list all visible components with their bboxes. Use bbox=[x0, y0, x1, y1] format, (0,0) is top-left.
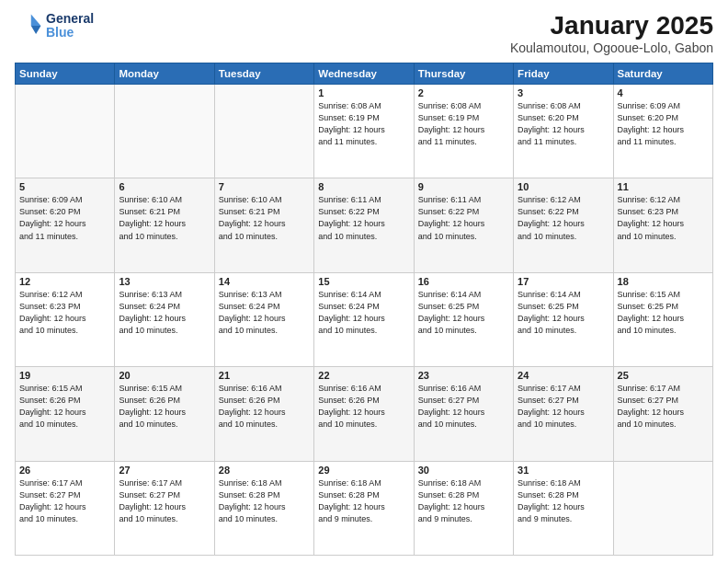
calendar-week-3: 12Sunrise: 6:12 AM Sunset: 6:23 PM Dayli… bbox=[16, 272, 713, 366]
logo-line1: General bbox=[46, 12, 94, 26]
calendar-cell: 20Sunrise: 6:15 AM Sunset: 6:26 PM Dayli… bbox=[115, 367, 214, 461]
day-info: Sunrise: 6:17 AM Sunset: 6:27 PM Dayligh… bbox=[119, 477, 210, 525]
day-info: Sunrise: 6:17 AM Sunset: 6:27 PM Dayligh… bbox=[19, 477, 110, 525]
day-number: 24 bbox=[518, 370, 609, 381]
calendar-cell: 2Sunrise: 6:08 AM Sunset: 6:19 PM Daylig… bbox=[414, 85, 513, 178]
day-info: Sunrise: 6:14 AM Sunset: 6:24 PM Dayligh… bbox=[318, 289, 409, 337]
day-info: Sunrise: 6:12 AM Sunset: 6:23 PM Dayligh… bbox=[618, 194, 709, 242]
day-number: 19 bbox=[19, 370, 110, 381]
calendar-cell: 5Sunrise: 6:09 AM Sunset: 6:20 PM Daylig… bbox=[16, 178, 115, 272]
calendar-cell: 27Sunrise: 6:17 AM Sunset: 6:27 PM Dayli… bbox=[115, 461, 214, 555]
calendar-cell: 12Sunrise: 6:12 AM Sunset: 6:23 PM Dayli… bbox=[16, 272, 115, 366]
day-number: 12 bbox=[19, 276, 110, 287]
svg-marker-0 bbox=[31, 15, 41, 26]
day-info: Sunrise: 6:14 AM Sunset: 6:25 PM Dayligh… bbox=[418, 289, 509, 337]
logo-text: General Blue bbox=[46, 12, 94, 40]
calendar-header-row: SundayMondayTuesdayWednesdayThursdayFrid… bbox=[16, 63, 713, 85]
day-info: Sunrise: 6:11 AM Sunset: 6:22 PM Dayligh… bbox=[318, 194, 409, 242]
day-number: 6 bbox=[119, 181, 210, 192]
day-info: Sunrise: 6:12 AM Sunset: 6:22 PM Dayligh… bbox=[518, 194, 609, 242]
calendar-cell bbox=[613, 461, 712, 555]
calendar-cell: 7Sunrise: 6:10 AM Sunset: 6:21 PM Daylig… bbox=[214, 178, 313, 272]
day-number: 4 bbox=[618, 87, 709, 98]
day-info: Sunrise: 6:09 AM Sunset: 6:20 PM Dayligh… bbox=[618, 100, 709, 148]
day-header-sunday: Sunday bbox=[16, 63, 115, 85]
day-number: 29 bbox=[318, 465, 409, 476]
calendar-subtitle: Koulamoutou, Ogooue-Lolo, Gabon bbox=[510, 40, 713, 55]
calendar-cell: 10Sunrise: 6:12 AM Sunset: 6:22 PM Dayli… bbox=[514, 178, 613, 272]
day-info: Sunrise: 6:08 AM Sunset: 6:20 PM Dayligh… bbox=[518, 100, 609, 148]
day-number: 1 bbox=[318, 87, 409, 98]
day-number: 27 bbox=[119, 465, 210, 476]
day-info: Sunrise: 6:17 AM Sunset: 6:27 PM Dayligh… bbox=[618, 383, 709, 431]
day-number: 11 bbox=[618, 181, 709, 192]
day-number: 25 bbox=[618, 370, 709, 381]
calendar-week-4: 19Sunrise: 6:15 AM Sunset: 6:26 PM Dayli… bbox=[16, 367, 713, 461]
svg-marker-1 bbox=[31, 26, 41, 34]
calendar-cell: 15Sunrise: 6:14 AM Sunset: 6:24 PM Dayli… bbox=[314, 272, 414, 366]
day-number: 16 bbox=[418, 276, 509, 287]
day-info: Sunrise: 6:13 AM Sunset: 6:24 PM Dayligh… bbox=[119, 289, 210, 337]
day-number: 9 bbox=[418, 181, 509, 192]
logo-icon bbox=[15, 11, 44, 40]
day-info: Sunrise: 6:08 AM Sunset: 6:19 PM Dayligh… bbox=[318, 100, 409, 148]
day-number: 7 bbox=[219, 181, 310, 192]
calendar-cell: 1Sunrise: 6:08 AM Sunset: 6:19 PM Daylig… bbox=[314, 85, 414, 178]
calendar-cell: 19Sunrise: 6:15 AM Sunset: 6:26 PM Dayli… bbox=[16, 367, 115, 461]
title-block: January 2025 Koulamoutou, Ogooue-Lolo, G… bbox=[510, 11, 713, 55]
day-number: 17 bbox=[518, 276, 609, 287]
calendar-cell: 30Sunrise: 6:18 AM Sunset: 6:28 PM Dayli… bbox=[414, 461, 513, 555]
day-info: Sunrise: 6:09 AM Sunset: 6:20 PM Dayligh… bbox=[19, 194, 110, 242]
calendar-cell: 13Sunrise: 6:13 AM Sunset: 6:24 PM Dayli… bbox=[115, 272, 214, 366]
day-info: Sunrise: 6:15 AM Sunset: 6:26 PM Dayligh… bbox=[119, 383, 210, 431]
calendar-cell: 11Sunrise: 6:12 AM Sunset: 6:23 PM Dayli… bbox=[613, 178, 712, 272]
day-header-saturday: Saturday bbox=[613, 63, 712, 85]
day-info: Sunrise: 6:18 AM Sunset: 6:28 PM Dayligh… bbox=[219, 477, 310, 525]
calendar-week-5: 26Sunrise: 6:17 AM Sunset: 6:27 PM Dayli… bbox=[16, 461, 713, 555]
day-info: Sunrise: 6:18 AM Sunset: 6:28 PM Dayligh… bbox=[518, 477, 609, 525]
day-number: 26 bbox=[19, 465, 110, 476]
calendar-cell bbox=[16, 85, 115, 178]
calendar-cell: 8Sunrise: 6:11 AM Sunset: 6:22 PM Daylig… bbox=[314, 178, 414, 272]
calendar-cell: 9Sunrise: 6:11 AM Sunset: 6:22 PM Daylig… bbox=[414, 178, 513, 272]
logo: General Blue bbox=[15, 11, 94, 40]
calendar-cell: 26Sunrise: 6:17 AM Sunset: 6:27 PM Dayli… bbox=[16, 461, 115, 555]
day-info: Sunrise: 6:12 AM Sunset: 6:23 PM Dayligh… bbox=[19, 289, 110, 337]
day-info: Sunrise: 6:14 AM Sunset: 6:25 PM Dayligh… bbox=[518, 289, 609, 337]
day-info: Sunrise: 6:15 AM Sunset: 6:25 PM Dayligh… bbox=[618, 289, 709, 337]
calendar-cell: 17Sunrise: 6:14 AM Sunset: 6:25 PM Dayli… bbox=[514, 272, 613, 366]
calendar-cell: 24Sunrise: 6:17 AM Sunset: 6:27 PM Dayli… bbox=[514, 367, 613, 461]
calendar-cell: 16Sunrise: 6:14 AM Sunset: 6:25 PM Dayli… bbox=[414, 272, 513, 366]
header: General Blue January 2025 Koulamoutou, O… bbox=[15, 11, 713, 55]
day-info: Sunrise: 6:17 AM Sunset: 6:27 PM Dayligh… bbox=[518, 383, 609, 431]
day-number: 20 bbox=[119, 370, 210, 381]
day-info: Sunrise: 6:11 AM Sunset: 6:22 PM Dayligh… bbox=[418, 194, 509, 242]
day-number: 3 bbox=[518, 87, 609, 98]
day-number: 2 bbox=[418, 87, 509, 98]
day-number: 30 bbox=[418, 465, 509, 476]
day-number: 28 bbox=[219, 465, 310, 476]
day-info: Sunrise: 6:15 AM Sunset: 6:26 PM Dayligh… bbox=[19, 383, 110, 431]
day-number: 18 bbox=[618, 276, 709, 287]
calendar-cell: 4Sunrise: 6:09 AM Sunset: 6:20 PM Daylig… bbox=[613, 85, 712, 178]
calendar-cell: 28Sunrise: 6:18 AM Sunset: 6:28 PM Dayli… bbox=[214, 461, 313, 555]
calendar-cell: 3Sunrise: 6:08 AM Sunset: 6:20 PM Daylig… bbox=[514, 85, 613, 178]
day-header-thursday: Thursday bbox=[414, 63, 513, 85]
calendar-week-2: 5Sunrise: 6:09 AM Sunset: 6:20 PM Daylig… bbox=[16, 178, 713, 272]
calendar-cell: 31Sunrise: 6:18 AM Sunset: 6:28 PM Dayli… bbox=[514, 461, 613, 555]
day-info: Sunrise: 6:10 AM Sunset: 6:21 PM Dayligh… bbox=[219, 194, 310, 242]
day-number: 13 bbox=[119, 276, 210, 287]
page: General Blue January 2025 Koulamoutou, O… bbox=[0, 0, 728, 563]
day-number: 22 bbox=[318, 370, 409, 381]
calendar-cell: 14Sunrise: 6:13 AM Sunset: 6:24 PM Dayli… bbox=[214, 272, 313, 366]
day-number: 10 bbox=[518, 181, 609, 192]
calendar-table: SundayMondayTuesdayWednesdayThursdayFrid… bbox=[15, 63, 713, 556]
day-info: Sunrise: 6:18 AM Sunset: 6:28 PM Dayligh… bbox=[318, 477, 409, 525]
day-info: Sunrise: 6:18 AM Sunset: 6:28 PM Dayligh… bbox=[418, 477, 509, 525]
calendar-cell: 6Sunrise: 6:10 AM Sunset: 6:21 PM Daylig… bbox=[115, 178, 214, 272]
calendar-title: January 2025 bbox=[510, 11, 713, 40]
calendar-cell: 18Sunrise: 6:15 AM Sunset: 6:25 PM Dayli… bbox=[613, 272, 712, 366]
day-number: 5 bbox=[19, 181, 110, 192]
day-number: 8 bbox=[318, 181, 409, 192]
day-info: Sunrise: 6:08 AM Sunset: 6:19 PM Dayligh… bbox=[418, 100, 509, 148]
